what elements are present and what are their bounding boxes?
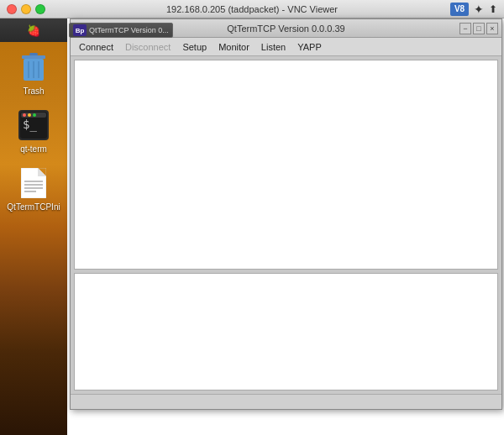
traffic-lights[interactable] <box>7 4 45 14</box>
app-taskbar-icon: Bp <box>73 24 87 36</box>
vnc-app-icon: V8 <box>450 3 469 16</box>
trash-label: Trash <box>23 86 44 96</box>
menu-disconnect: Disconnect <box>120 40 176 54</box>
svg-point-10 <box>23 113 26 117</box>
svg-text:$_: $_ <box>23 118 37 132</box>
main-terminal-panel[interactable] <box>74 60 498 270</box>
app-taskbar-button[interactable]: Bp QtTermTCP Version 0... <box>69 23 173 38</box>
svg-rect-1 <box>29 53 38 55</box>
menu-connect[interactable]: Connect <box>74 40 118 54</box>
trash-icon-container <box>17 50 50 84</box>
desktop-taskbar-strip: 🍓 <box>0 18 67 42</box>
app-menubar: Connect Disconnect Setup Monitor Listen … <box>71 38 501 56</box>
terminal-icon: $_ <box>18 110 49 140</box>
svg-point-11 <box>28 113 31 117</box>
vnc-system-icons: V8 ✦ ⬆ <box>450 3 497 16</box>
qtterm-ini-icon-container <box>17 166 50 200</box>
menu-yapp[interactable]: YAPP <box>292 40 327 54</box>
desktop-icon-qtterm[interactable]: $_ qt-term <box>5 108 62 154</box>
minimize-traffic-light[interactable] <box>21 4 31 14</box>
raspberry-pi-icon[interactable]: 🍓 <box>27 24 40 37</box>
app-maximize-btn[interactable]: □ <box>473 23 485 34</box>
wifi-icon: ⬆ <box>489 3 497 15</box>
desktop-icon-qtterm-ini[interactable]: QtTermTCPIni <box>5 166 62 212</box>
trash-icon <box>18 50 49 84</box>
svg-rect-0 <box>22 55 45 59</box>
svg-marker-13 <box>21 168 46 198</box>
app-minimize-btn[interactable]: − <box>459 23 471 34</box>
document-icon <box>21 168 46 198</box>
app-taskbar-label: QtTermTCP Version 0... <box>89 26 169 34</box>
menu-monitor[interactable]: Monitor <box>213 40 255 54</box>
desktop-icon-trash[interactable]: Trash <box>5 50 62 96</box>
app-content <box>71 56 501 394</box>
status-bar <box>71 394 501 409</box>
qtterm-icon-container: $_ <box>17 108 50 142</box>
app-window-controls[interactable]: − □ × <box>459 23 498 34</box>
qtterm-label: qt-term <box>20 144 47 154</box>
desktop-background: 🍓 Trash $_ <box>0 18 67 435</box>
app-window: QtTermTCP Version 0.0.0.39 − □ × Connect… <box>70 18 502 410</box>
svg-marker-14 <box>38 168 46 176</box>
menu-setup[interactable]: Setup <box>177 40 212 54</box>
svg-point-12 <box>33 113 36 117</box>
vnc-title: 192.168.0.205 (taddpacket) - VNC Viewer <box>166 4 338 14</box>
qtterm-ini-label: QtTermTCPIni <box>7 202 60 212</box>
bluetooth-icon: ✦ <box>474 3 484 16</box>
vnc-titlebar: 192.168.0.205 (taddpacket) - VNC Viewer … <box>0 0 504 18</box>
maximize-traffic-light[interactable] <box>35 4 45 14</box>
menu-listen[interactable]: Listen <box>256 40 291 54</box>
app-title: QtTermTCP Version 0.0.0.39 <box>227 24 344 34</box>
app-close-btn[interactable]: × <box>486 23 498 34</box>
close-traffic-light[interactable] <box>7 4 17 14</box>
secondary-terminal-panel[interactable] <box>74 273 498 390</box>
